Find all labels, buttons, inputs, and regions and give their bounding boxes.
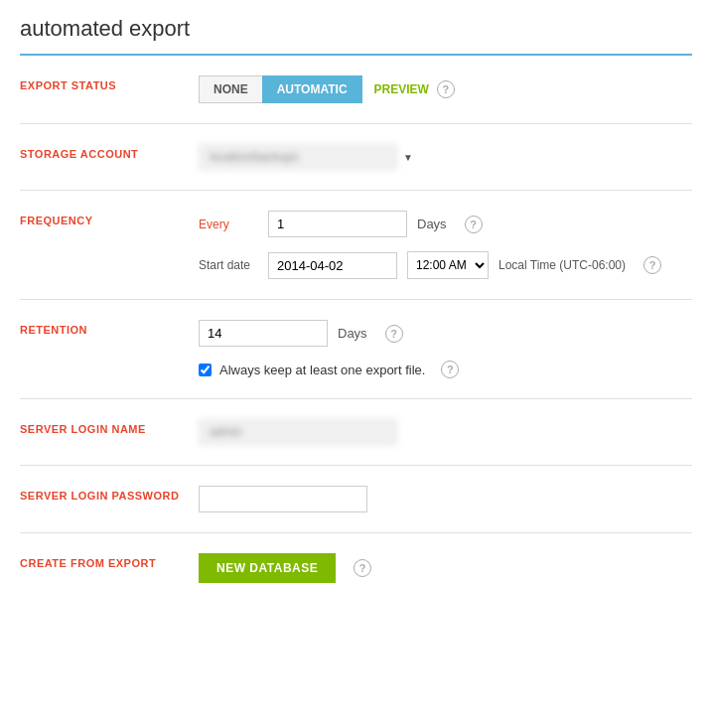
retention-days-row: Days ?: [199, 320, 692, 347]
storage-dropdown-arrow[interactable]: ▼: [403, 152, 413, 163]
storage-dropdown-row: location/backups ▼: [199, 144, 692, 170]
retention-section: RETENTION Days ? Always keep at least on…: [20, 300, 692, 399]
startdate-help-icon[interactable]: ?: [643, 256, 661, 274]
preview-button[interactable]: PREVIEW: [374, 82, 429, 96]
export-status-content: NONE AUTOMATIC PREVIEW ?: [199, 75, 692, 103]
retention-days-unit: Days: [338, 326, 367, 341]
frequency-startdate-row: Start date 12:00 AM 1:00 AM 2:00 AM 3:00…: [199, 251, 692, 279]
page-title: automated export: [20, 16, 692, 42]
frequency-days-input[interactable]: [268, 211, 407, 237]
start-date-input[interactable]: [268, 252, 397, 279]
server-login-password-content: [199, 486, 692, 512]
server-login-name-value: admin: [199, 419, 397, 445]
keep-one-export-checkbox[interactable]: [199, 364, 212, 376]
frequency-label: FREQUENCY: [20, 211, 199, 226]
retention-help-icon[interactable]: ?: [385, 325, 403, 343]
storage-account-content: location/backups ▼: [199, 144, 692, 170]
storage-account-input[interactable]: location/backups: [199, 144, 397, 170]
frequency-section: FREQUENCY Every Days ? Start date 12:00 …: [20, 191, 692, 300]
start-date-label: Start date: [199, 258, 258, 272]
retention-checkbox-row: Always keep at least one export file. ?: [199, 361, 692, 378]
checkbox-help-icon[interactable]: ?: [441, 361, 459, 378]
server-login-password-section: SERVER LOGIN PASSWORD: [20, 466, 692, 533]
server-login-password-input[interactable]: [199, 486, 367, 512]
retention-days-input[interactable]: [199, 320, 328, 347]
export-status-label: EXPORT STATUS: [20, 75, 199, 91]
create-from-export-content: NEW DATABASE ?: [199, 553, 692, 583]
server-login-name-content: admin: [199, 419, 692, 445]
every-label: Every: [199, 218, 258, 231]
frequency-content: Every Days ? Start date 12:00 AM 1:00 AM…: [199, 211, 692, 279]
frequency-every-row: Every Days ?: [199, 211, 692, 237]
new-db-row: NEW DATABASE ?: [199, 553, 692, 583]
keep-one-export-label: Always keep at least one export file.: [219, 363, 425, 377]
new-db-help-icon[interactable]: ?: [354, 559, 371, 577]
server-login-name-label: SERVER LOGIN NAME: [20, 419, 199, 435]
time-select[interactable]: 12:00 AM 1:00 AM 2:00 AM 3:00 AM 4:00 AM…: [407, 251, 489, 279]
create-from-export-label: CREATE FROM EXPORT: [20, 553, 199, 569]
frequency-help-icon[interactable]: ?: [465, 216, 483, 233]
retention-content: Days ? Always keep at least one export f…: [199, 320, 692, 378]
new-database-button[interactable]: NEW DATABASE: [199, 553, 336, 583]
server-login-name-section: SERVER LOGIN NAME admin: [20, 399, 692, 466]
export-status-row: NONE AUTOMATIC PREVIEW ?: [199, 75, 692, 103]
automatic-button[interactable]: AUTOMATIC: [262, 75, 362, 103]
export-status-section: EXPORT STATUS NONE AUTOMATIC PREVIEW ?: [20, 56, 692, 124]
create-from-export-section: CREATE FROM EXPORT NEW DATABASE ?: [20, 533, 692, 603]
timezone-label: Local Time (UTC-06:00): [498, 258, 626, 272]
export-status-help-icon[interactable]: ?: [437, 80, 455, 98]
server-login-password-label: SERVER LOGIN PASSWORD: [20, 486, 199, 502]
storage-account-label: STORAGE ACCOUNT: [20, 144, 199, 160]
storage-account-section: STORAGE ACCOUNT location/backups ▼: [20, 124, 692, 191]
none-button[interactable]: NONE: [199, 75, 262, 103]
retention-label: RETENTION: [20, 320, 199, 336]
frequency-days-unit: Days: [417, 217, 447, 231]
